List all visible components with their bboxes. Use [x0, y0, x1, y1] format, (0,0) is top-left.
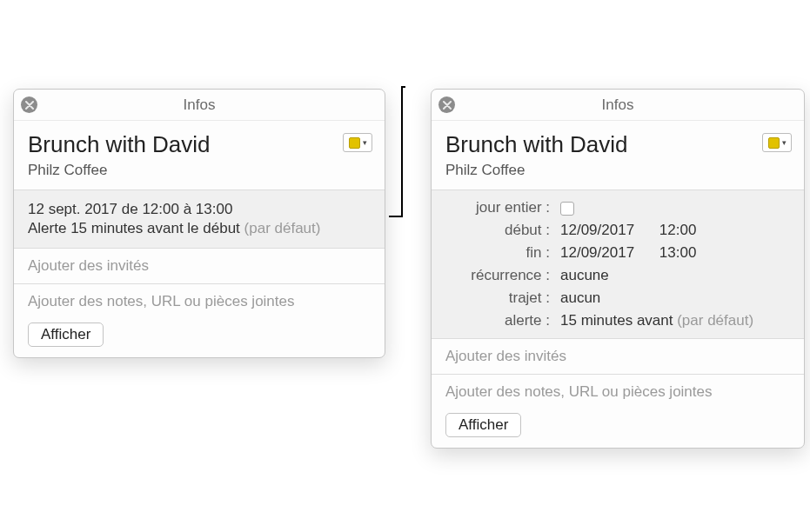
alert-summary-text: Alerte 15 minutes avant le début [28, 220, 240, 236]
close-icon [443, 101, 452, 110]
event-location[interactable]: Philz Coffee [445, 162, 790, 179]
alert-field[interactable]: 15 minutes avant [560, 312, 673, 329]
date-time-summary: 12 sept. 2017 de 12:00 à 13:00 [28, 201, 371, 218]
end-label: fin : [445, 244, 550, 262]
notes-section[interactable]: Ajouter des notes, URL ou pièces jointes [432, 374, 804, 409]
show-button[interactable]: Afficher [28, 323, 104, 347]
all-day-checkbox[interactable] [560, 202, 574, 216]
close-button[interactable] [21, 96, 37, 113]
alert-default: (par défaut) [677, 312, 753, 329]
invitees-section[interactable]: Ajouter des invités [14, 248, 385, 283]
event-location[interactable]: Philz Coffee [28, 162, 371, 179]
add-notes-field[interactable]: Ajouter des notes, URL ou pièces jointes [445, 383, 713, 400]
event-info-popover-collapsed: Infos Brunch with David Philz Coffee ▾ 1… [13, 89, 385, 358]
end-time-field[interactable]: 13:00 [659, 244, 697, 262]
invitees-section[interactable]: Ajouter des invités [432, 338, 804, 374]
datetime-summary-section[interactable]: 12 sept. 2017 de 12:00 à 13:00 Alerte 15… [14, 190, 385, 248]
window-title: Infos [184, 96, 216, 114]
repeat-label: récurrence : [445, 267, 550, 284]
chevron-down-icon: ▾ [363, 138, 367, 147]
alert-summary: Alerte 15 minutes avant le début (par dé… [28, 220, 371, 237]
end-date-field[interactable]: 12/09/2017 [560, 244, 634, 261]
all-day-label: jour entier : [445, 199, 550, 216]
repeat-field[interactable]: aucune [560, 267, 609, 283]
alert-label: alerte : [445, 312, 550, 329]
close-icon [25, 101, 34, 110]
add-notes-field[interactable]: Ajouter des notes, URL ou pièces jointes [28, 293, 295, 309]
travel-label: trajet : [445, 289, 550, 307]
footer: Afficher [432, 409, 804, 448]
calendar-swatch-icon [768, 137, 780, 149]
start-label: début : [445, 222, 550, 239]
notes-section[interactable]: Ajouter des notes, URL ou pièces jointes [14, 283, 385, 319]
event-header: Brunch with David Philz Coffee ▾ [432, 121, 804, 190]
start-date-field[interactable]: 12/09/2017 [560, 222, 634, 238]
show-button[interactable]: Afficher [445, 413, 521, 437]
footer: Afficher [14, 319, 385, 357]
window-title: Infos [602, 96, 634, 114]
close-button[interactable] [438, 96, 455, 113]
event-title[interactable]: Brunch with David [28, 131, 371, 158]
calendar-color-picker[interactable]: ▾ [762, 133, 792, 152]
add-invitees-field[interactable]: Ajouter des invités [445, 348, 566, 364]
travel-field[interactable]: aucun [560, 289, 600, 306]
event-info-popover-expanded: Infos Brunch with David Philz Coffee ▾ j… [431, 89, 805, 449]
titlebar: Infos [14, 90, 385, 121]
titlebar: Infos [432, 90, 804, 121]
datetime-details-section: jour entier : début : 12/09/2017 12:00 f… [432, 190, 804, 338]
calendar-swatch-icon [349, 137, 360, 149]
event-header: Brunch with David Philz Coffee ▾ [14, 121, 385, 190]
add-invitees-field[interactable]: Ajouter des invités [28, 257, 149, 274]
calendar-color-picker[interactable]: ▾ [343, 133, 372, 152]
alert-summary-default: (par défaut) [244, 220, 321, 236]
chevron-down-icon: ▾ [782, 138, 787, 147]
event-title[interactable]: Brunch with David [445, 131, 790, 158]
start-time-field[interactable]: 12:00 [659, 222, 697, 239]
